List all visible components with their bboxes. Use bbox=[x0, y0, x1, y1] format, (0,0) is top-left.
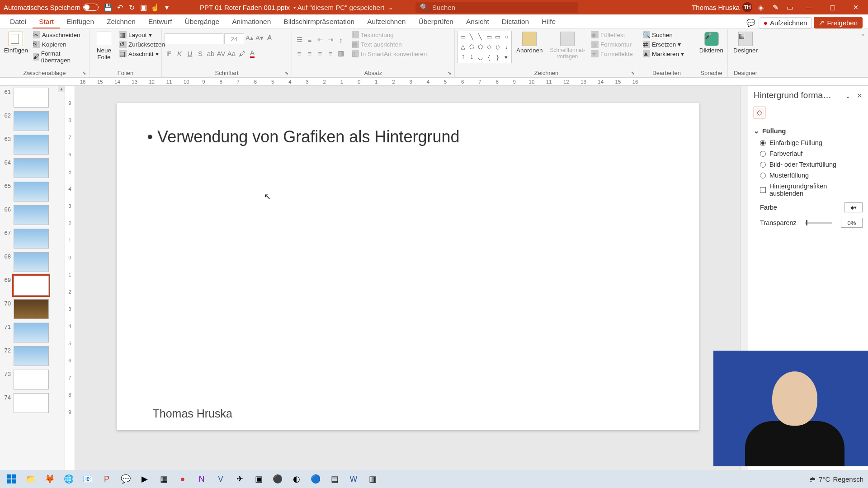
tab-datei[interactable]: Datei bbox=[4, 15, 33, 28]
app-icon[interactable]: 💬 bbox=[117, 471, 135, 487]
fill-category-icon[interactable]: ◇ bbox=[754, 107, 765, 118]
highlight-icon[interactable]: 🖍 bbox=[237, 49, 246, 58]
align-right-icon[interactable]: ≡ bbox=[316, 49, 325, 58]
thumbnail-preview[interactable] bbox=[14, 252, 49, 272]
thumbnail-item[interactable]: 63 bbox=[3, 135, 62, 155]
thumbnail-preview[interactable] bbox=[14, 205, 49, 225]
cut-button[interactable]: ✂Ausschneiden bbox=[31, 31, 86, 39]
increase-font-icon[interactable]: A▴ bbox=[245, 33, 254, 42]
thumbnail-item[interactable]: 67 bbox=[3, 229, 62, 249]
transparency-slider[interactable] bbox=[805, 222, 832, 224]
solid-fill-option[interactable]: Einfarbige Füllung bbox=[754, 137, 863, 148]
slide-author-text[interactable]: Thomas Hruska bbox=[153, 407, 232, 420]
tab-ueberpruefen[interactable]: Überprüfen bbox=[412, 15, 460, 28]
app-icon-5[interactable]: ◐ bbox=[288, 471, 306, 487]
tab-entwurf[interactable]: Entwurf bbox=[142, 15, 179, 28]
thumbnail-item[interactable]: 68 bbox=[3, 252, 62, 272]
app-icon-7[interactable]: ▤ bbox=[326, 471, 344, 487]
thumbnail-item[interactable]: 62 bbox=[3, 111, 62, 131]
app-icon-8[interactable]: ▥ bbox=[363, 471, 382, 487]
layout-button[interactable]: ▦Layout▾ bbox=[118, 31, 167, 39]
quick-styles-button[interactable]: Schnellformat- vorlagen bbox=[547, 31, 588, 61]
decrease-font-icon[interactable]: A▾ bbox=[255, 33, 264, 42]
close-button[interactable]: ✕ bbox=[845, 0, 866, 14]
chrome-icon[interactable]: 🌐 bbox=[60, 471, 78, 487]
app-icon-6[interactable]: 🔵 bbox=[307, 471, 325, 487]
font-color-icon[interactable]: A bbox=[248, 49, 257, 58]
thumbnail-preview[interactable] bbox=[14, 370, 49, 389]
minimize-button[interactable]: — bbox=[798, 0, 819, 14]
share-button[interactable]: ↗Freigeben bbox=[814, 17, 863, 28]
avatar[interactable]: TH bbox=[742, 2, 752, 12]
powerpoint-icon[interactable]: P bbox=[98, 471, 116, 487]
format-painter-button[interactable]: 🖌Format übertragen bbox=[31, 50, 86, 64]
transparency-spinner[interactable]: 0% bbox=[841, 218, 863, 228]
obs-icon[interactable]: ⚫ bbox=[269, 471, 287, 487]
pattern-fill-option[interactable]: Musterfüllung bbox=[754, 170, 863, 181]
section-button[interactable]: ▤Abschnitt▾ bbox=[118, 50, 167, 58]
thumbnail-preview[interactable] bbox=[14, 88, 49, 108]
thumbnail-item[interactable]: 73 bbox=[3, 370, 62, 389]
tab-ansicht[interactable]: Ansicht bbox=[460, 15, 495, 28]
dictate-button[interactable]: 🎤Diktieren bbox=[698, 31, 725, 55]
select-button[interactable]: ▲Markieren▾ bbox=[641, 50, 686, 58]
maximize-button[interactable]: ▢ bbox=[822, 0, 843, 14]
thumbnail-item[interactable]: 71 bbox=[3, 323, 62, 343]
replace-button[interactable]: ⇄Ersetzen▾ bbox=[641, 40, 686, 48]
slide-bullet-text[interactable]: • Verwendung von Grafiken als Hintergrun… bbox=[147, 127, 460, 146]
tab-hilfe[interactable]: Hilfe bbox=[535, 15, 562, 28]
tab-aufzeichnen[interactable]: Aufzeichnen bbox=[361, 15, 412, 28]
thumbnail-preview[interactable] bbox=[14, 346, 49, 366]
redo-icon[interactable]: ↻ bbox=[126, 1, 137, 13]
columns-icon[interactable]: ▥ bbox=[336, 49, 345, 58]
telegram-icon[interactable]: ✈ bbox=[231, 471, 249, 487]
gradient-fill-option[interactable]: Farbverlauf bbox=[754, 148, 863, 159]
search-input[interactable] bbox=[432, 4, 574, 11]
drawing-launcher[interactable]: ⬊ bbox=[631, 70, 637, 76]
shapes-gallery[interactable]: ▭╲╲▭▭○ △⬠⬡◇⬯↓ ⤴⤵◡{}▾ bbox=[458, 31, 512, 63]
comments-icon[interactable]: 💬 bbox=[745, 17, 757, 28]
line-spacing-icon[interactable]: ↕ bbox=[336, 35, 345, 44]
font-size-combo[interactable]: 24 bbox=[224, 33, 244, 44]
outlook-icon[interactable]: 📧 bbox=[79, 471, 97, 487]
pane-options-icon[interactable]: ⌄ bbox=[845, 93, 850, 99]
underline-icon[interactable]: U bbox=[185, 49, 194, 58]
italic-icon[interactable]: K bbox=[175, 49, 184, 58]
picture-fill-option[interactable]: Bild- oder Texturfüllung bbox=[754, 159, 863, 170]
indent-inc-icon[interactable]: ⇥ bbox=[326, 35, 335, 44]
numbering-icon[interactable]: ≡ bbox=[305, 35, 314, 44]
thumbnail-preview[interactable] bbox=[14, 229, 49, 249]
copy-button[interactable]: ⎘Kopieren bbox=[31, 40, 86, 48]
designer-button[interactable]: ▦Designer bbox=[731, 31, 760, 55]
text-direction-button[interactable]: ↕Textrichtung bbox=[350, 31, 429, 39]
indent-dec-icon[interactable]: ⇤ bbox=[316, 35, 325, 44]
app-icon-3[interactable]: ● bbox=[174, 471, 192, 487]
record-button[interactable]: ●Aufzeichnen bbox=[759, 17, 812, 28]
firefox-icon[interactable]: 🦊 bbox=[41, 471, 59, 487]
fill-section-header[interactable]: ⌄Füllung bbox=[754, 125, 863, 137]
thumb-scroll-up-icon[interactable]: ▲ bbox=[58, 86, 65, 92]
thumbnail-preview[interactable] bbox=[14, 393, 49, 413]
app-icon-3[interactable]: ▭ bbox=[784, 1, 796, 13]
vlc-icon[interactable]: ▶ bbox=[136, 471, 154, 487]
tab-uebergaenge[interactable]: Übergänge bbox=[178, 15, 226, 28]
thumbnail-preview[interactable] bbox=[14, 158, 49, 178]
onenote-icon[interactable]: N bbox=[193, 471, 211, 487]
thumbnail-item[interactable]: 61 bbox=[3, 88, 62, 108]
new-slide-button[interactable]: Neue Folie bbox=[92, 31, 116, 61]
word-icon[interactable]: W bbox=[344, 471, 363, 487]
clear-format-icon[interactable]: A̸ bbox=[265, 33, 274, 42]
app-icon-1[interactable]: ◈ bbox=[755, 1, 767, 13]
reset-button[interactable]: ↺Zurücksetzen bbox=[118, 40, 167, 48]
thumbnail-item[interactable]: 72 bbox=[3, 346, 62, 366]
arrange-button[interactable]: Anordnen bbox=[514, 31, 546, 55]
clipboard-launcher[interactable]: ⬊ bbox=[82, 70, 88, 76]
tab-dictation[interactable]: Dictation bbox=[495, 15, 535, 28]
justify-icon[interactable]: ≡ bbox=[326, 49, 335, 58]
align-left-icon[interactable]: ≡ bbox=[295, 49, 304, 58]
shadow-icon[interactable]: ab bbox=[206, 49, 215, 58]
shape-effects-button[interactable]: ✦Formeffekte bbox=[590, 50, 635, 58]
slide-canvas[interactable]: • Verwendung von Grafiken als Hintergrun… bbox=[117, 103, 699, 430]
thumbnail-preview[interactable] bbox=[14, 135, 49, 155]
tab-bildschirm[interactable]: Bildschirmpräsentation bbox=[277, 15, 361, 28]
